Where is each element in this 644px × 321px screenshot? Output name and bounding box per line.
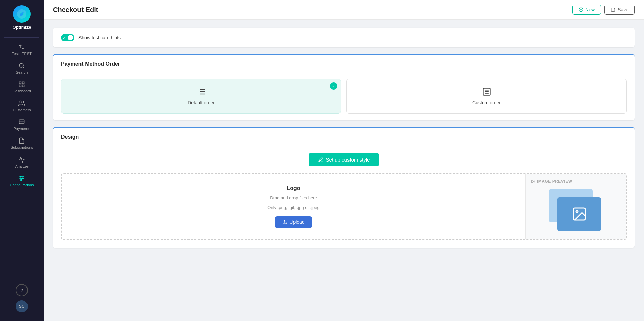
logo-title: Logo	[287, 185, 300, 191]
configurations-icon	[18, 175, 25, 182]
preview-image-icon	[571, 206, 587, 222]
default-order-option[interactable]: ✓ Default order	[61, 79, 341, 114]
search-icon	[18, 62, 25, 69]
svg-rect-7	[19, 120, 24, 124]
toggle-check-icon: ✓	[63, 36, 66, 40]
preview-front-layer	[557, 197, 601, 231]
custom-order-icon	[482, 87, 491, 97]
svg-point-1	[19, 63, 23, 67]
switch-icon	[18, 44, 25, 50]
sidebar-dashboard-label: Dashboard	[13, 89, 31, 93]
image-icon	[531, 179, 535, 184]
test-card-hints-card: ✓ Show test card hints	[53, 28, 635, 47]
header-actions: New Save	[572, 5, 635, 15]
svg-point-6	[20, 101, 22, 103]
sidebar-configurations-label: Configurations	[10, 183, 34, 187]
sidebar-item-env[interactable]: Test - TEST	[0, 40, 44, 59]
svg-rect-5	[22, 85, 24, 87]
svg-point-12	[22, 178, 23, 179]
custom-style-label: Set up custom style	[326, 157, 370, 163]
help-button[interactable]: ?	[16, 284, 28, 296]
format-hint: Only .png, .gif, .jpg or .jpeg	[267, 204, 319, 211]
upload-icon	[282, 220, 287, 224]
sidebar: Optimize Test - TEST Search Dashboard Cu…	[0, 0, 44, 321]
svg-point-29	[532, 180, 533, 181]
sidebar-item-search[interactable]: Search	[0, 59, 44, 78]
save-icon	[611, 7, 615, 12]
plus-icon	[579, 7, 583, 12]
analyze-icon	[18, 156, 25, 163]
sidebar-item-configurations[interactable]: Configurations	[0, 172, 44, 190]
selected-check-badge: ✓	[330, 82, 337, 90]
payment-method-order-card: Payment Method Order ✓ Default order	[53, 54, 635, 120]
sidebar-item-payments[interactable]: Payments	[0, 115, 44, 134]
payment-order-grid: ✓ Default order Custom order	[53, 72, 635, 120]
custom-order-label: Custom order	[472, 100, 501, 105]
avatar[interactable]: SC	[16, 300, 28, 312]
image-preview-label: IMAGE PREVIEW	[531, 179, 572, 184]
default-order-icon	[197, 87, 206, 97]
sidebar-item-analyze[interactable]: Analyze	[0, 153, 44, 172]
app-logo[interactable]	[13, 5, 31, 23]
save-label: Save	[618, 7, 628, 12]
dashboard-icon	[18, 81, 25, 88]
header: Checkout Edit New Save	[44, 0, 644, 20]
sidebar-analyze-label: Analyze	[15, 164, 28, 168]
save-button[interactable]: Save	[604, 5, 635, 15]
image-preview-placeholder	[549, 189, 603, 233]
sidebar-item-customers[interactable]: Customers	[0, 97, 44, 115]
sidebar-bottom: ? SC	[16, 284, 28, 316]
upload-zone: Logo Drag and drop files here Only .png,…	[61, 173, 627, 240]
default-order-label: Default order	[187, 100, 215, 105]
sidebar-customers-label: Customers	[13, 108, 31, 112]
new-label: New	[585, 7, 595, 12]
sidebar-payments-label: Payments	[14, 127, 30, 131]
custom-style-button[interactable]: Set up custom style	[309, 153, 379, 166]
svg-point-11	[20, 176, 21, 177]
payment-order-section-header: Payment Method Order	[53, 55, 635, 72]
upload-label: Upload	[289, 219, 304, 225]
main-content: Checkout Edit New Save ✓	[44, 0, 644, 321]
svg-rect-2	[19, 82, 21, 84]
app-name: Optimize	[13, 25, 31, 30]
sidebar-item-dashboard[interactable]: Dashboard	[0, 78, 44, 97]
content-area: ✓ Show test card hints Payment Method Or…	[44, 20, 644, 321]
new-button[interactable]: New	[572, 5, 601, 15]
test-card-row: ✓ Show test card hints	[53, 28, 635, 47]
test-card-label: Show test card hints	[78, 35, 121, 40]
upload-left-panel: Logo Drag and drop files here Only .png,…	[62, 174, 525, 239]
svg-rect-3	[22, 82, 24, 84]
customers-icon	[18, 100, 25, 107]
design-section-header: Design	[53, 128, 635, 145]
drag-drop-hint: Drag and drop files here	[270, 195, 317, 201]
svg-rect-4	[19, 85, 21, 87]
payments-icon	[18, 119, 25, 125]
design-card: Design Set up custom style Logo Drag and…	[53, 127, 635, 248]
page-title: Checkout Edit	[53, 6, 98, 14]
pencil-icon	[318, 157, 323, 163]
upload-right-panel: IMAGE PREVIEW	[525, 174, 626, 239]
sidebar-divider-top	[4, 37, 39, 38]
sidebar-search-label: Search	[16, 70, 28, 74]
sidebar-item-subscriptions[interactable]: Subscriptions	[0, 134, 44, 153]
svg-point-31	[576, 211, 578, 213]
subscriptions-icon	[18, 137, 25, 144]
svg-point-13	[21, 179, 22, 180]
test-card-toggle[interactable]: ✓	[61, 34, 74, 41]
preview-label-text: IMAGE PREVIEW	[537, 179, 572, 184]
sidebar-subscriptions-label: Subscriptions	[11, 145, 33, 149]
upload-button[interactable]: Upload	[275, 216, 312, 228]
design-content: Set up custom style Logo Drag and drop f…	[53, 145, 635, 248]
env-label: Test - TEST	[12, 52, 32, 56]
custom-order-option[interactable]: Custom order	[346, 79, 627, 114]
